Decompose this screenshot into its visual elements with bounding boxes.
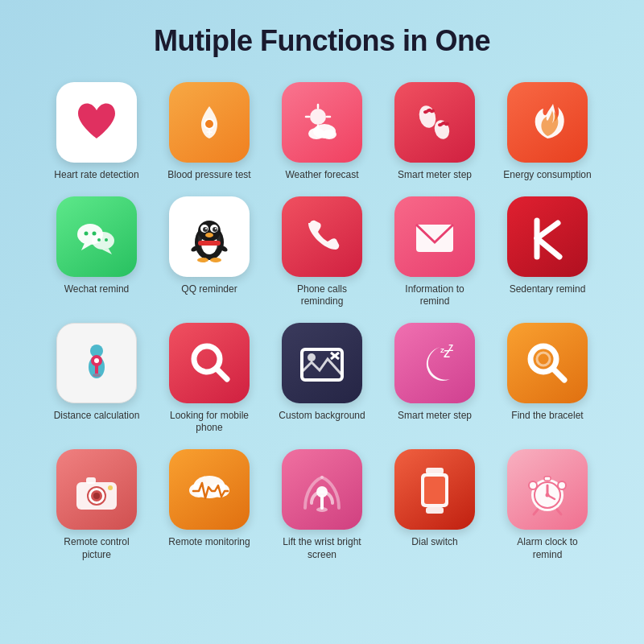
label-phone-calls: Phone calls reminding	[278, 283, 366, 308]
svg-point-52	[93, 374, 101, 377]
label-information: Information to remind	[390, 283, 479, 308]
svg-point-3	[310, 109, 326, 125]
item-energy: Energy consumption	[495, 82, 600, 182]
item-information: Information to remind	[382, 196, 487, 308]
icon-qq	[169, 196, 250, 277]
svg-point-63	[537, 353, 550, 365]
svg-point-35	[205, 228, 207, 229]
icon-wechat	[56, 196, 137, 277]
item-wechat: Wechat remind	[44, 196, 149, 308]
svg-point-50	[94, 358, 99, 363]
label-smart-step: Smart meter step	[398, 169, 472, 182]
icon-phone-calls	[282, 196, 362, 277]
icon-heart-rate: PPG	[56, 82, 137, 163]
label-sleep: Smart meter step	[398, 410, 472, 423]
svg-point-84	[558, 481, 566, 489]
svg-line-54	[217, 369, 227, 379]
svg-point-39	[197, 258, 208, 262]
svg-line-46	[537, 238, 559, 257]
label-blood-pressure: Blood pressure test	[167, 169, 250, 182]
item-phone-calls: Phone calls reminding	[270, 196, 374, 308]
icon-remote-mon	[169, 449, 250, 530]
svg-point-34	[213, 227, 217, 232]
page-title: Mutiple Functions in One	[154, 24, 490, 58]
svg-point-37	[205, 233, 213, 237]
svg-point-26	[105, 238, 108, 242]
item-custom-bg: Custom background	[270, 323, 374, 435]
item-heart-rate: PPG Heart rate detection	[44, 82, 149, 182]
svg-rect-78	[424, 477, 445, 504]
svg-line-64	[553, 369, 564, 380]
svg-rect-80	[426, 507, 444, 514]
svg-point-24	[93, 231, 97, 235]
svg-marker-22	[102, 249, 112, 254]
svg-point-70	[108, 485, 113, 490]
icon-sedentary	[507, 196, 588, 277]
label-sedentary: Sedentary remind	[510, 283, 586, 296]
item-sleep: Z Z Z Smart meter step	[382, 323, 487, 435]
icon-alarm	[507, 449, 588, 530]
icon-energy	[507, 82, 588, 163]
icon-blood-pressure: +	[169, 82, 250, 163]
svg-line-45	[537, 223, 558, 238]
svg-rect-79	[426, 468, 444, 474]
label-remote-mon: Remote monitoring	[168, 536, 250, 549]
icon-find-phone	[169, 323, 250, 403]
icon-weather	[282, 82, 362, 163]
label-qq: QQ reminder	[181, 283, 237, 296]
icon-information	[394, 196, 475, 277]
label-wechat: Wechat remind	[64, 283, 129, 296]
svg-point-56	[308, 353, 316, 361]
svg-point-9	[308, 128, 324, 139]
item-dial: Dial switch	[382, 449, 487, 561]
svg-point-10	[322, 130, 336, 139]
label-heart-rate: Heart rate detection	[54, 169, 138, 182]
icon-distance	[56, 323, 137, 403]
svg-point-68	[93, 493, 100, 499]
svg-point-23	[85, 231, 89, 235]
label-distance: Distance calculation	[54, 410, 140, 423]
svg-line-90	[557, 510, 561, 514]
label-energy: Energy consumption	[503, 169, 591, 182]
item-find-phone: Looking for mobile phone	[157, 323, 262, 435]
item-lift-wrist: Lift the wrist bright screen	[270, 449, 374, 561]
icon-smart-step	[394, 82, 475, 163]
item-sedentary: Sedentary remind	[495, 196, 600, 308]
icon-dial	[394, 449, 475, 530]
item-remote-pic: Remote control picture	[44, 449, 149, 561]
item-distance: Distance calculation	[44, 323, 149, 435]
item-alarm: Alarm clock to remind	[495, 449, 600, 561]
icon-remote-pic	[56, 449, 137, 530]
svg-point-40	[210, 258, 221, 262]
icon-find-bracelet	[507, 323, 588, 403]
item-weather: Weather forecast	[270, 82, 374, 182]
label-find-phone: Looking for mobile phone	[165, 410, 254, 435]
svg-point-33	[203, 227, 208, 232]
item-find-bracelet: Find the bracelet	[495, 323, 600, 435]
svg-point-25	[97, 238, 101, 242]
icon-lift-wrist	[282, 449, 362, 530]
svg-rect-69	[86, 477, 96, 484]
svg-rect-38	[198, 241, 221, 246]
svg-rect-88	[544, 477, 551, 481]
functions-grid: PPG Heart rate detection + Blood pressur…	[44, 82, 600, 561]
label-alarm: Alarm clock to remind	[503, 536, 592, 561]
svg-point-87	[546, 493, 550, 497]
item-blood-pressure: + Blood pressure test	[157, 82, 262, 182]
svg-point-83	[529, 481, 537, 489]
icon-custom-bg	[282, 323, 362, 403]
svg-text:Z: Z	[448, 344, 453, 353]
item-remote-mon: Remote monitoring	[157, 449, 262, 561]
svg-line-89	[534, 510, 538, 514]
icon-sleep: Z Z Z	[394, 323, 475, 403]
svg-point-76	[316, 507, 328, 512]
item-qq: QQ reminder	[157, 196, 262, 308]
svg-point-36	[215, 228, 217, 229]
label-find-bracelet: Find the bracelet	[511, 410, 583, 423]
label-dial: Dial switch	[411, 536, 457, 549]
label-custom-bg: Custom background	[279, 410, 365, 423]
label-lift-wrist: Lift the wrist bright screen	[278, 536, 366, 561]
svg-text:Z: Z	[440, 347, 444, 354]
svg-point-2	[204, 119, 214, 129]
label-remote-pic: Remote control picture	[52, 536, 141, 561]
